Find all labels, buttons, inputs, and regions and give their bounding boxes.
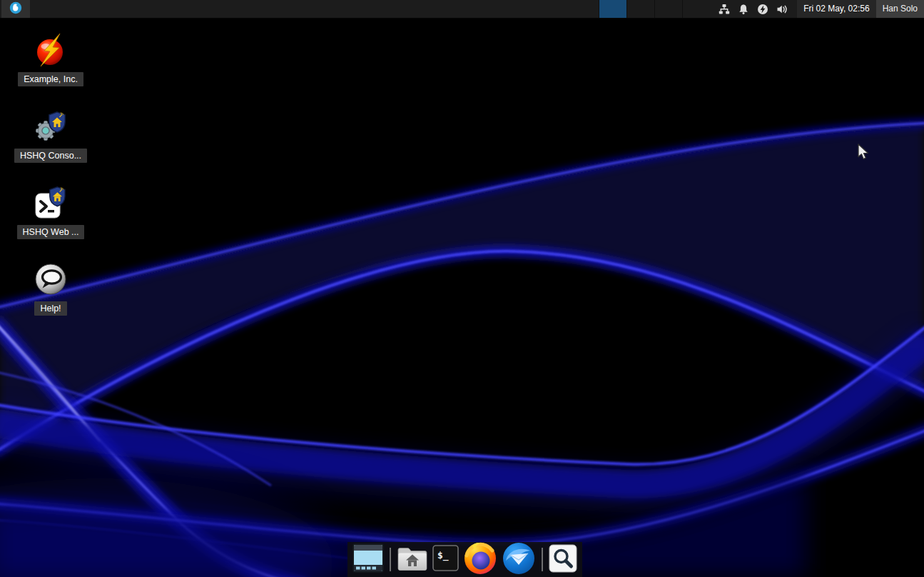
mouse-cursor [857, 144, 871, 163]
workspace-3[interactable] [654, 0, 682, 18]
desktop-icon-label: HSHQ Web ... [17, 225, 85, 239]
notifications-bell-icon[interactable] [738, 4, 749, 15]
dock-separator [390, 548, 391, 571]
lightning-ball-icon [34, 33, 68, 67]
application-finder-button[interactable] [549, 544, 577, 576]
workspace-2[interactable] [626, 0, 654, 18]
file-manager-button[interactable] [397, 543, 428, 576]
top-panel: Fri 02 May, 02:56 Han Solo [0, 0, 924, 19]
terminal-prompt-glyph: $_ [437, 550, 449, 561]
magnifier-icon [549, 544, 577, 576]
workspace-1[interactable] [599, 0, 626, 18]
applications-menu-button[interactable] [1, 0, 30, 18]
xfce-menu-icon [9, 1, 22, 16]
desktop-icon-help[interactable]: Help! [14, 262, 88, 316]
speech-bubble-icon [34, 262, 68, 296]
workspace-switcher [599, 0, 710, 18]
terminal-button[interactable]: $_ [432, 545, 459, 574]
thunderbird-button[interactable] [502, 541, 536, 577]
desktop-icon-hshq-console[interactable]: HSHQ Conso... [14, 109, 88, 163]
desktop-icon-example-inc[interactable]: Example, Inc. [14, 33, 88, 86]
desktop-icon-hshq-web[interactable]: HSHQ Web ... [14, 186, 88, 239]
desktop-icon-label: Example, Inc. [18, 72, 83, 86]
panel-clock[interactable]: Fri 02 May, 02:56 [797, 0, 875, 18]
thunderbird-icon [502, 541, 536, 577]
home-folder-icon [397, 543, 428, 576]
show-desktop-icon [352, 543, 384, 576]
desktop-icon-label: HSHQ Conso... [14, 149, 87, 163]
gear-shield-icon [34, 109, 68, 144]
bottom-dock: $_ [347, 542, 582, 577]
audio-volume-icon[interactable] [776, 4, 788, 15]
desktop-wallpaper [0, 0, 924, 577]
show-desktop-button[interactable] [352, 543, 384, 576]
network-icon[interactable] [719, 4, 730, 15]
system-tray [710, 0, 797, 18]
firefox-icon [463, 541, 497, 577]
workspace-4[interactable] [682, 0, 710, 18]
power-manager-icon[interactable] [757, 4, 768, 15]
terminal-icon: $_ [432, 545, 459, 574]
dock-separator [542, 548, 543, 571]
terminal-shield-icon [34, 186, 68, 220]
user-menu[interactable]: Han Solo [876, 0, 924, 18]
firefox-button[interactable] [463, 541, 497, 577]
desktop-icon-label: Help! [34, 301, 66, 316]
